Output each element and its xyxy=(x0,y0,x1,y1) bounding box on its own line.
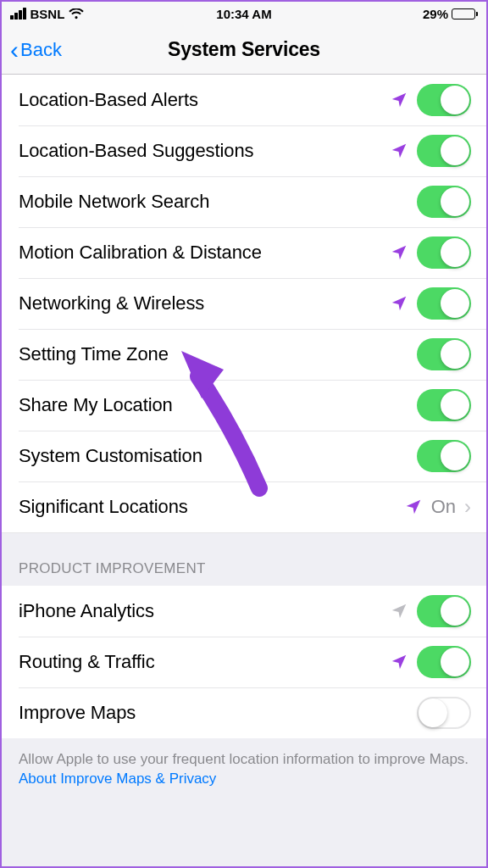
location-arrow-icon xyxy=(404,498,423,516)
row-accessories xyxy=(417,338,471,370)
back-label: Back xyxy=(20,39,62,61)
row-label: Significant Locations xyxy=(19,496,404,518)
toggle-switch[interactable] xyxy=(417,186,471,218)
settings-row: Setting Time Zone xyxy=(2,329,486,380)
carrier-label: BSNL xyxy=(30,7,65,21)
row-label: Motion Calibration & Distance xyxy=(19,242,390,264)
row-label: Networking & Wireless xyxy=(19,292,390,314)
settings-row[interactable]: Significant LocationsOn› xyxy=(2,481,486,532)
row-accessories xyxy=(390,84,471,116)
signal-strength-icon xyxy=(10,8,26,19)
row-accessories xyxy=(390,646,471,678)
settings-row: Motion Calibration & Distance xyxy=(2,227,486,278)
location-arrow-icon xyxy=(390,653,408,671)
row-accessories xyxy=(390,287,471,320)
toggle-switch[interactable] xyxy=(417,135,471,167)
footer-link[interactable]: About Improve Maps & Privacy xyxy=(19,771,216,787)
row-accessories xyxy=(417,697,471,729)
footer-text: Allow Apple to use your frequent locatio… xyxy=(2,738,486,789)
settings-row: Location-Based Suggestions xyxy=(2,125,486,176)
settings-group: Location-Based AlertsLocation-Based Sugg… xyxy=(2,75,486,533)
chevron-left-icon: ‹ xyxy=(10,37,19,63)
toggle-switch[interactable] xyxy=(417,236,471,269)
row-label: Setting Time Zone xyxy=(19,343,417,365)
toggle-switch[interactable] xyxy=(417,338,471,370)
settings-row: Mobile Network Search xyxy=(2,176,486,227)
nav-bar: ‹ Back System Services xyxy=(2,25,486,75)
settings-row: System Customisation xyxy=(2,431,486,481)
toggle-switch[interactable] xyxy=(417,389,471,421)
row-label: System Customisation xyxy=(19,445,417,467)
back-button[interactable]: ‹ Back xyxy=(10,37,62,63)
row-accessories xyxy=(417,389,471,421)
row-accessories: On› xyxy=(404,495,471,519)
settings-row: Share My Location xyxy=(2,380,486,431)
row-value: On xyxy=(431,496,456,518)
row-label: Location-Based Suggestions xyxy=(19,140,390,162)
row-label: Improve Maps xyxy=(19,702,417,724)
row-label: Share My Location xyxy=(19,394,417,416)
row-label: iPhone Analytics xyxy=(19,600,390,622)
row-accessories xyxy=(390,135,471,167)
location-arrow-icon xyxy=(390,91,408,109)
settings-row: iPhone Analytics xyxy=(2,586,486,637)
toggle-switch[interactable] xyxy=(417,440,471,472)
battery-icon xyxy=(452,8,478,19)
settings-row: Routing & Traffic xyxy=(2,637,486,687)
settings-row: Location-Based Alerts xyxy=(2,75,486,125)
battery-percentage: 29% xyxy=(423,7,448,21)
toggle-switch[interactable] xyxy=(417,84,471,116)
location-arrow-icon xyxy=(390,243,408,262)
row-accessories xyxy=(390,595,471,627)
section-header: PRODUCT IMPROVEMENT xyxy=(2,533,486,586)
row-label: Mobile Network Search xyxy=(19,191,417,213)
row-accessories xyxy=(417,440,471,472)
toggle-switch[interactable] xyxy=(417,697,471,729)
location-arrow-icon xyxy=(390,142,408,160)
status-time: 10:34 AM xyxy=(216,7,271,21)
location-arrow-icon xyxy=(390,294,408,313)
row-accessories xyxy=(390,236,471,269)
page-title: System Services xyxy=(168,38,320,61)
toggle-switch[interactable] xyxy=(417,646,471,678)
chevron-right-icon: › xyxy=(464,495,471,519)
row-label: Routing & Traffic xyxy=(19,651,390,673)
settings-content: Location-Based AlertsLocation-Based Sugg… xyxy=(2,75,486,866)
row-label: Location-Based Alerts xyxy=(19,89,390,111)
wifi-icon xyxy=(69,8,84,19)
toggle-switch[interactable] xyxy=(417,595,471,627)
row-accessories xyxy=(417,186,471,218)
location-arrow-icon xyxy=(390,602,408,620)
settings-row: Networking & Wireless xyxy=(2,278,486,329)
status-bar: BSNL 10:34 AM 29% xyxy=(2,2,486,25)
settings-group: iPhone AnalyticsRouting & TrafficImprove… xyxy=(2,586,486,738)
toggle-switch[interactable] xyxy=(417,287,471,320)
settings-row: Improve Maps xyxy=(2,687,486,738)
